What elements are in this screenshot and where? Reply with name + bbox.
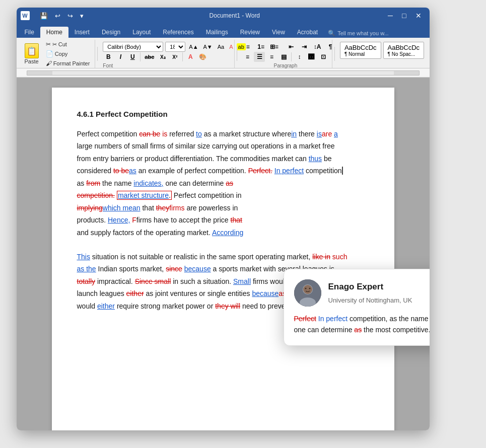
font-name-select[interactable]: Calibri (Body) [103,42,163,52]
tab-home[interactable]: Home [40,27,68,38]
title-bar: W 💾 ↩ ↪ ▾ Document1 - Word ─ □ ✕ [17,8,430,24]
link-because-as: because [252,289,279,297]
shading-para-button[interactable]: 🅰 [306,52,317,62]
save-button[interactable]: 💾 [38,11,50,21]
superscript-button[interactable]: X² [169,52,180,62]
svg-point-4 [305,288,306,289]
clipboard-group: 📋 Paste ✂ ✂ Cut 📄 Copy 🖌 Format Painter [19,40,96,68]
tab-acrobat[interactable]: Acrobat [291,27,324,38]
line-spacing-button[interactable]: ↕ [294,52,305,62]
word-icon: W [21,11,30,20]
link-isare: is [317,130,322,138]
font-size-select[interactable]: 18 [165,42,185,52]
tab-view[interactable]: View [266,27,291,38]
bold-button[interactable]: B [103,52,114,62]
expert-popup: Enago Expert University of Nottingham, U… [284,269,430,346]
minimize-button[interactable]: ─ [384,12,397,20]
paragraph-3: from entry barriers or product different… [77,153,369,165]
link-this: This [77,253,90,261]
normal-style[interactable]: AaBbCcDc ¶ Normal [340,42,381,59]
increase-font-button[interactable]: A▲ [187,43,199,50]
paragraph-5: as from the name indicates, one can dete… [77,177,369,190]
link-as-the: as the [77,265,96,273]
expert-name: Enago Expert [328,280,412,294]
search-area: 🔍 [328,30,398,37]
search-icon: 🔍 [328,30,335,37]
expert-comment-end: the most competitive... [364,326,429,334]
del-implying: implying [77,204,103,212]
align-right-button[interactable]: ≡ [266,52,277,62]
bullets-button[interactable]: ≡ [242,42,253,52]
borders-button[interactable]: ⊡ [318,52,329,62]
tab-insert[interactable]: Insert [68,27,96,38]
expert-del-perfect: Perfect [294,315,316,323]
divider-7 [334,47,335,61]
justify-button[interactable]: ▤ [278,52,289,62]
document-area[interactable]: 4.6.1 Perfect Competition Perfect compet… [17,78,430,430]
sort-button[interactable]: ↕A [312,42,323,52]
paragraph-6: competition. market structure. Perfect c… [77,189,369,202]
numbering-button[interactable]: 1≡ [255,42,266,52]
copy-button[interactable]: 📄 Copy [44,49,92,58]
copy-icon: 📄 [46,50,53,57]
tab-file[interactable]: File [19,27,40,38]
align-center-button[interactable]: ☰ [254,52,265,62]
link-either-2: either [97,302,115,310]
shading-button[interactable]: 🎨 [197,52,209,62]
quick-access-toolbar: 💾 ↩ ↪ ▾ [38,11,86,21]
cut-button[interactable]: ✂ ✂ Cut [44,40,92,49]
format-painter-button[interactable]: 🖌 Format Painter [44,59,92,68]
strikethrough-button[interactable]: abc [143,52,156,62]
divider-2 [140,52,141,61]
font-group: Calibri (Body) 18 A▲ A▼ Aa A ab B I U [100,40,235,68]
italic-button[interactable]: I [115,52,126,62]
ins-are: are [322,130,332,138]
ins-firms: firms [169,204,184,212]
svg-point-5 [309,288,310,289]
undo-button[interactable]: ↩ [53,11,62,21]
divider-3 [182,52,183,61]
box-market-structure: market structure. [117,191,172,200]
customize-button[interactable]: ▾ [78,11,86,21]
font-group-label: Font [103,63,113,68]
expert-del-as: as [354,326,362,334]
ribbon-tabs: File Home Insert Design Layout Reference… [17,24,430,38]
paste-button[interactable]: 📋 Paste [22,42,42,65]
close-button[interactable]: ✕ [411,12,426,20]
text-effects-button[interactable]: A [228,43,234,50]
link-which-mean: which mean [103,204,141,212]
decrease-font-button[interactable]: A▼ [202,43,214,50]
multilevel-list-button[interactable]: ⊞≡ [268,42,280,52]
font-color-button[interactable]: A [185,52,196,62]
paragraph-4: considered to beas an example of perfect… [77,165,369,177]
tab-mailings[interactable]: Mailings [200,27,234,38]
del-they-will: they will [215,302,240,310]
tab-references[interactable]: References [157,27,199,38]
align-left-button[interactable]: ≡ [242,52,253,62]
small-buttons: ✂ ✂ Cut 📄 Copy 🖌 Format Painter [44,40,92,68]
increase-indent-button[interactable]: ⇥ [299,42,310,52]
link-a: a [334,130,338,138]
expert-avatar [294,279,321,307]
del-can-be: can be [139,130,160,138]
no-spacing-style[interactable]: AaBbCcDc ¶ No Spac... [383,42,425,59]
expert-ins-in-perfect: In perfect [318,315,348,323]
del-from: from [86,179,100,187]
tab-layout[interactable]: Layout [126,27,157,38]
underline-button[interactable]: U [127,52,138,62]
expert-header: Enago Expert University of Nottingham, U… [294,279,430,307]
search-input[interactable] [337,30,398,36]
link-indicates: indicates, [133,179,163,187]
maximize-button[interactable]: □ [398,12,410,20]
ruler [17,68,430,78]
tab-design[interactable]: Design [96,27,126,38]
link-because: because [184,265,211,273]
paste-icon: 📋 [25,43,39,58]
subscript-button[interactable]: X₂ [157,52,168,62]
change-case-button[interactable]: Aa [216,43,226,50]
tab-review[interactable]: Review [234,27,266,38]
decrease-indent-button[interactable]: ⇤ [286,42,297,52]
svg-point-3 [303,285,312,294]
del-since: since [166,265,182,273]
redo-button[interactable]: ↪ [65,11,75,21]
